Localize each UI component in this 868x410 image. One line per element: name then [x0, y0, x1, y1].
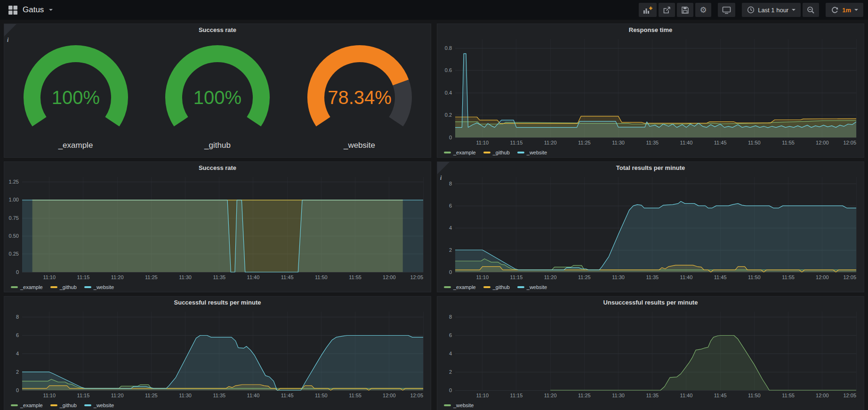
panel-title[interactable]: Unsuccessful results per minute: [437, 297, 864, 308]
settings-button[interactable]: ⚙: [695, 3, 711, 17]
legend-item[interactable]: _website: [444, 402, 474, 408]
svg-text:12:00: 12:00: [383, 274, 396, 280]
panel-title[interactable]: Response time: [437, 24, 864, 35]
chart-total-results[interactable]: 0246811:1011:1511:2011:2511:3011:3511:40…: [437, 173, 864, 282]
dashboards-grid-icon[interactable]: [8, 6, 17, 15]
chart-response-time[interactable]: 00.20.40.60.811:1011:1511:2011:2511:3011…: [437, 35, 864, 148]
legend-series-swatch: [483, 286, 490, 288]
legend-item[interactable]: _website: [84, 284, 114, 290]
legend-series-swatch: [84, 404, 91, 406]
panel-info-corner[interactable]: i: [437, 162, 450, 174]
legend-series-label: _example: [453, 284, 476, 290]
legend-series-swatch: [517, 286, 524, 288]
svg-text:11:10: 11:10: [43, 274, 56, 280]
svg-text:0.4: 0.4: [445, 90, 452, 96]
svg-text:11:25: 11:25: [578, 393, 591, 398]
panel-successful-results: Successful results per minute 0246811:10…: [4, 296, 431, 410]
legend-series-label: _website: [453, 402, 474, 408]
svg-text:0.25: 0.25: [9, 251, 19, 257]
panel-total-results: i Total results per minute 0246811:1011:…: [437, 161, 864, 292]
svg-text:11:40: 11:40: [680, 393, 693, 398]
legend-series-label: _example: [453, 150, 476, 155]
chart-success-rate[interactable]: 00.250.500.751.001.2511:1011:1511:2011:2…: [4, 173, 431, 282]
monitor-icon: [722, 6, 731, 14]
svg-text:11:45: 11:45: [714, 393, 727, 398]
svg-text:11:20: 11:20: [111, 274, 124, 280]
legend-item[interactable]: _example: [444, 284, 476, 290]
svg-text:6: 6: [16, 332, 19, 338]
legend-item[interactable]: _github: [50, 402, 77, 408]
gauge-example: 100%_example: [5, 41, 146, 150]
share-icon: [663, 6, 671, 14]
legend-item[interactable]: _github: [50, 284, 77, 290]
refresh-icon: [831, 6, 839, 14]
legend-series-swatch: [444, 286, 451, 288]
svg-text:11:25: 11:25: [578, 274, 591, 280]
legend-item[interactable]: _example: [11, 284, 43, 290]
legend-series-swatch: [517, 152, 524, 153]
save-icon: [681, 6, 689, 14]
svg-text:11:15: 11:15: [510, 393, 523, 398]
legend-item[interactable]: _example: [11, 402, 43, 408]
tv-mode-button[interactable]: [718, 3, 735, 17]
legend-series-swatch: [50, 286, 57, 288]
save-button[interactable]: [677, 3, 693, 17]
gauge-label: _example: [58, 141, 93, 150]
dashboard-grid: i Success rate 100%_example100%_github78…: [0, 20, 868, 410]
svg-text:11:55: 11:55: [782, 393, 795, 398]
legend-series-label: _example: [20, 402, 43, 408]
svg-text:8: 8: [449, 314, 452, 320]
legend-item[interactable]: _github: [483, 150, 510, 155]
svg-text:0: 0: [449, 269, 452, 275]
panel-title[interactable]: Success rate: [4, 162, 431, 173]
legend-series-label: _github: [60, 284, 77, 290]
legend-item[interactable]: _website: [84, 402, 114, 408]
add-panel-button[interactable]: [639, 3, 657, 17]
legend-item[interactable]: _github: [483, 284, 510, 290]
dashboard-picker-caret-icon[interactable]: [49, 9, 53, 11]
svg-text:11:40: 11:40: [680, 140, 693, 145]
svg-text:11:50: 11:50: [315, 393, 328, 398]
svg-text:2: 2: [449, 369, 452, 375]
panel-title[interactable]: Total results per minute: [437, 162, 864, 173]
svg-text:8: 8: [449, 181, 452, 186]
svg-text:12:00: 12:00: [383, 393, 396, 398]
svg-text:0.2: 0.2: [445, 112, 452, 118]
legend-series-swatch: [483, 152, 490, 153]
chart-unsuccessful-results[interactable]: 0246811:1011:1511:2011:2511:3011:3511:40…: [437, 308, 864, 401]
svg-text:12:00: 12:00: [816, 274, 829, 280]
legend-item[interactable]: _website: [517, 284, 547, 290]
chart-legend: _example_github_website: [4, 401, 431, 410]
legend-series-swatch: [11, 286, 18, 288]
svg-text:2: 2: [16, 369, 19, 375]
refresh-interval-label: 1m: [842, 7, 851, 14]
zoom-out-button[interactable]: [803, 3, 819, 17]
svg-text:0: 0: [16, 387, 19, 393]
refresh-picker[interactable]: 1m: [826, 3, 863, 17]
svg-text:11:50: 11:50: [748, 393, 761, 398]
svg-text:11:10: 11:10: [476, 274, 489, 280]
svg-text:0.6: 0.6: [445, 67, 452, 73]
svg-text:11:30: 11:30: [612, 393, 625, 398]
svg-text:12:05: 12:05: [410, 393, 423, 398]
svg-text:11:20: 11:20: [544, 274, 557, 280]
legend-item[interactable]: _website: [517, 150, 547, 155]
chart-successful-results[interactable]: 0246811:1011:1511:2011:2511:3011:3511:40…: [4, 308, 431, 401]
panel-info-corner[interactable]: i: [4, 24, 16, 36]
time-range-picker[interactable]: Last 1 hour: [742, 3, 801, 17]
svg-text:11:15: 11:15: [510, 274, 523, 280]
gauge-value: 100%: [51, 87, 99, 108]
svg-text:12:05: 12:05: [843, 274, 856, 280]
panel-title[interactable]: Successful results per minute: [4, 297, 431, 308]
dashboard-title[interactable]: Gatus: [23, 5, 44, 15]
share-button[interactable]: [659, 3, 675, 17]
svg-text:0: 0: [16, 269, 19, 275]
legend-series-swatch: [50, 404, 57, 406]
time-range-caret-icon: [792, 9, 796, 11]
legend-item[interactable]: _example: [444, 150, 476, 155]
panel-title[interactable]: Success rate: [4, 24, 431, 35]
svg-text:11:30: 11:30: [179, 274, 192, 280]
svg-text:11:55: 11:55: [782, 274, 795, 280]
svg-text:11:10: 11:10: [43, 393, 56, 398]
svg-text:11:25: 11:25: [145, 274, 158, 280]
